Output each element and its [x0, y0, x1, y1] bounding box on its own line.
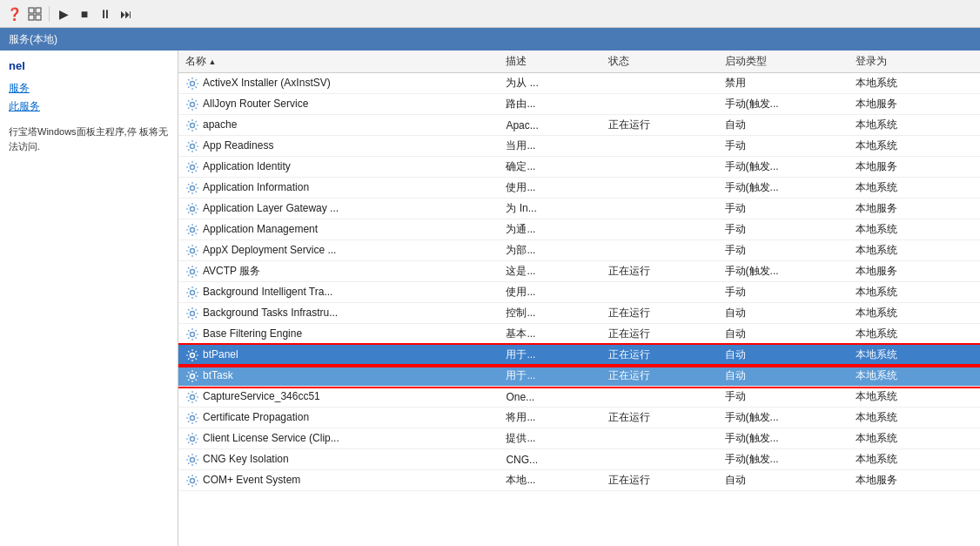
service-status [601, 178, 718, 199]
col-header-desc[interactable]: 描述 [499, 51, 601, 73]
table-row[interactable]: apacheApac...正在运行自动本地系统 [178, 115, 980, 136]
pause-icon[interactable]: ⏸ [97, 5, 114, 23]
svg-point-11 [191, 227, 195, 232]
table-row[interactable]: Background Intelligent Tra...使用...手动本地系统 [178, 282, 980, 303]
service-name: Application Information [178, 178, 499, 199]
gear-icon [185, 139, 199, 153]
service-login: 本地系统 [849, 449, 980, 470]
col-header-login[interactable]: 登录为 [849, 51, 980, 73]
service-desc: 确定... [499, 157, 601, 178]
gear-icon [185, 390, 199, 404]
service-status [601, 199, 718, 219]
play-icon[interactable]: ▶ [55, 5, 72, 23]
gear-icon [185, 244, 199, 258]
service-desc: 路由... [499, 94, 601, 115]
table-row[interactable]: Application Management为通...手动本地系统 [178, 219, 980, 240]
svg-point-20 [191, 415, 195, 420]
svg-point-14 [191, 290, 195, 294]
service-login: 本地服务 [849, 470, 980, 491]
service-startup: 手动 [718, 240, 849, 261]
table-row[interactable]: Background Tasks Infrastru...控制...正在运行自动… [178, 303, 980, 324]
table-row[interactable]: Certificate Propagation将用...正在运行手动(触发...… [178, 408, 980, 428]
svg-point-8 [191, 165, 195, 169]
gear-icon [185, 118, 199, 132]
service-name: ActiveX Installer (AxInstSV) [178, 73, 499, 94]
svg-point-16 [191, 332, 195, 336]
service-desc: 控制... [499, 303, 601, 324]
gear-icon [185, 77, 199, 91]
table-row[interactable]: AVCTP 服务这是...正在运行手动(触发...本地服务 [178, 261, 980, 282]
table-row[interactable]: Client License Service (Clip...提供...手动(触… [178, 428, 980, 449]
stop-icon[interactable]: ■ [76, 5, 93, 23]
service-desc: 当用... [499, 136, 601, 157]
step-icon[interactable]: ⏭ [117, 5, 135, 23]
grid-icon[interactable] [26, 5, 44, 23]
svg-point-17 [191, 353, 195, 357]
service-desc: 使用... [499, 178, 601, 199]
table-row[interactable]: Base Filtering Engine基本...正在运行自动本地系统 [178, 324, 980, 345]
table-row[interactable]: btTask用于...正在运行自动本地系统 [178, 366, 980, 387]
sidebar-title: nel [9, 59, 169, 72]
service-name: Application Management [178, 219, 499, 240]
table-row[interactable]: Application Layer Gateway ...为 In...手动本地… [178, 199, 980, 219]
service-status [601, 240, 718, 261]
sidebar-link-this-service[interactable]: 此服务 [9, 99, 169, 114]
service-desc: 为通... [499, 219, 601, 240]
title-label: 服务(本地) [9, 32, 57, 47]
help-icon[interactable]: ❓ [5, 5, 23, 23]
service-login: 本地服务 [849, 199, 980, 219]
service-login: 本地系统 [849, 366, 980, 387]
service-name: Client License Service (Clip... [178, 428, 499, 449]
service-desc: One... [499, 387, 601, 408]
col-header-name[interactable]: 名称 [178, 51, 499, 73]
gear-icon [185, 202, 199, 216]
service-login: 本地系统 [849, 428, 980, 449]
service-desc: Apac... [499, 115, 601, 136]
col-header-status[interactable]: 状态 [601, 51, 718, 73]
service-name: CaptureService_346cc51 [178, 387, 499, 408]
table-row[interactable]: Application Identity确定...手动(触发...本地服务 [178, 157, 980, 178]
service-name: btPanel [178, 345, 499, 366]
service-status: 正在运行 [601, 261, 718, 282]
service-name: Background Intelligent Tra... [178, 282, 499, 303]
service-desc: 为部... [499, 240, 601, 261]
svg-point-10 [191, 206, 195, 211]
table-row[interactable]: AppX Deployment Service ...为部...手动本地系统 [178, 240, 980, 261]
service-startup: 自动 [718, 303, 849, 324]
service-desc: 将用... [499, 408, 601, 428]
service-desc: 基本... [499, 324, 601, 345]
service-login: 本地系统 [849, 345, 980, 366]
svg-rect-3 [36, 15, 41, 20]
service-startup: 自动 [718, 366, 849, 387]
gear-icon [185, 265, 199, 279]
sidebar-link-services[interactable]: 服务 [9, 81, 169, 96]
table-row[interactable]: Application Information使用...手动(触发...本地系统 [178, 178, 980, 199]
svg-point-18 [191, 374, 195, 378]
col-header-startup[interactable]: 启动类型 [718, 51, 849, 73]
service-status [601, 94, 718, 115]
table-row[interactable]: AllJoyn Router Service路由...手动(触发...本地服务 [178, 94, 980, 115]
service-desc: 使用... [499, 282, 601, 303]
table-row[interactable]: ActiveX Installer (AxInstSV)为从 ...禁用本地系统 [178, 73, 980, 94]
service-login: 本地系统 [849, 387, 980, 408]
service-login: 本地系统 [849, 240, 980, 261]
service-login: 本地系统 [849, 136, 980, 157]
table-row[interactable]: COM+ Event System本地...正在运行自动本地服务 [178, 470, 980, 491]
service-desc: 为 In... [499, 199, 601, 219]
service-status [601, 73, 718, 94]
svg-rect-2 [29, 15, 34, 20]
toolbar: ❓ ▶ ■ ⏸ ⏭ [0, 0, 980, 28]
svg-point-5 [191, 102, 195, 106]
svg-point-4 [191, 81, 195, 85]
table-row[interactable]: btPanel用于...正在运行自动本地系统 [178, 345, 980, 366]
gear-icon [185, 181, 199, 195]
service-status [601, 282, 718, 303]
service-login: 本地系统 [849, 115, 980, 136]
service-name: AppX Deployment Service ... [178, 240, 499, 261]
table-row[interactable]: CaptureService_346cc51One...手动本地系统 [178, 387, 980, 408]
table-row[interactable]: CNG Key IsolationCNG...手动(触发...本地系统 [178, 449, 980, 470]
table-row[interactable]: App Readiness当用...手动本地系统 [178, 136, 980, 157]
service-desc: 用于... [499, 345, 601, 366]
table-header-row: 名称 描述 状态 启动类型 登录为 [178, 51, 980, 73]
service-startup: 自动 [718, 115, 849, 136]
